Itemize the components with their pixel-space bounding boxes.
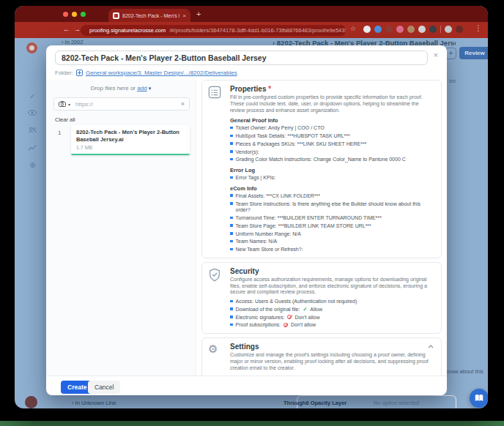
bullet-icon xyxy=(230,176,233,179)
collapse-chevron-icon[interactable] xyxy=(428,345,434,348)
proof-options-column: Properties * Fill in pre-configured cust… xyxy=(201,80,442,375)
property-item: New Team Store or Refresh?: xyxy=(230,247,434,253)
bullet-icon xyxy=(230,232,233,235)
close-icon[interactable]: × xyxy=(434,51,438,59)
back-icon[interactable]: ← xyxy=(63,26,70,33)
upload-panel[interactable]: Drop files here or add ▾ ▾ https:// × xyxy=(46,80,196,375)
extension-icon[interactable] xyxy=(385,26,393,33)
app-logo xyxy=(26,42,37,53)
plus-circle-icon[interactable]: ⊕ xyxy=(28,161,37,169)
browser-tab[interactable]: 8202-Tech Pack - Men's Pla × xyxy=(108,9,190,22)
chart-icon[interactable] xyxy=(28,144,37,152)
bullet-icon xyxy=(230,307,233,310)
new-tab-button[interactable]: + xyxy=(196,10,201,18)
bullet-icon xyxy=(230,142,233,145)
property-item: Team Store Instructions: Is there anythi… xyxy=(230,201,434,214)
security-title: Security xyxy=(230,267,434,275)
folder-label: Folder: xyxy=(55,70,73,76)
chevron-down-icon[interactable]: ▾ xyxy=(68,102,70,107)
extension-icon[interactable] xyxy=(363,26,371,33)
properties-icon xyxy=(208,86,221,99)
toolbar-separator xyxy=(440,26,441,33)
browser-tabbar: 8202-Tech Pack - Men's Pla × + xyxy=(15,6,488,22)
clear-all-link[interactable]: Clear all xyxy=(55,116,75,123)
bullet-icon xyxy=(230,127,233,130)
block-icon xyxy=(287,315,292,319)
property-item: Team Names: N/A xyxy=(230,239,434,245)
gear-icon: ⚙ xyxy=(208,343,224,375)
url-upload-input[interactable]: ▾ https:// × xyxy=(53,97,190,111)
url-domain: proofing.signaturelacrosse.com xyxy=(89,27,166,34)
eye-icon[interactable] xyxy=(28,110,37,116)
cancel-button[interactable]: Cancel xyxy=(88,381,120,394)
bullet-icon xyxy=(230,224,233,227)
zoom-window-button[interactable] xyxy=(81,12,86,17)
add-button-background[interactable]: + xyxy=(445,48,456,59)
settings-card: ⚙ Settings Customize and manage the proo… xyxy=(201,337,442,375)
bookmark-star-icon[interactable]: ☆ xyxy=(350,25,356,32)
bullet-icon xyxy=(230,158,233,161)
property-item: Pieces & Packages SKUs: ***LINK SKU SHEE… xyxy=(230,141,434,148)
profile-avatar[interactable] xyxy=(456,26,463,33)
check-icon: ✓ xyxy=(303,307,307,313)
property-group-heading: eCom Info xyxy=(230,185,434,192)
proof-title-input[interactable]: 8202-Tech Pack - Men's Player 2-Button B… xyxy=(55,51,428,65)
security-card: Security Configure access authorization … xyxy=(201,262,442,334)
check-icon[interactable]: ✓ xyxy=(28,92,37,100)
properties-description: Fill in pre-configured custom properties… xyxy=(230,94,434,113)
tree-item-bottom[interactable]: › In Unknown Line xyxy=(72,400,116,406)
extension-icon[interactable] xyxy=(396,26,404,33)
properties-groups: General Proof InfoTicket Owner: Andy Per… xyxy=(230,117,434,253)
property-item: Grading Color Match Instructions: Change… xyxy=(230,157,434,163)
drop-files-zone[interactable]: Drop files here or add ▾ xyxy=(46,85,196,91)
bullet-icon xyxy=(230,324,233,326)
extension-icon[interactable] xyxy=(374,26,382,33)
uploaded-file-card[interactable]: 8202-Tech Pack - Men's Player 2-Button B… xyxy=(71,125,190,155)
close-window-button[interactable] xyxy=(63,12,68,17)
browser-menu-icon[interactable]: ⋮ xyxy=(475,24,482,32)
security-items: Access: Users & Guests (Authentication n… xyxy=(230,299,434,329)
property-item: Ticket Owner: Andy Perry | COO / CTO xyxy=(230,125,434,132)
required-mark: * xyxy=(268,85,271,93)
users-icon[interactable] xyxy=(28,127,37,133)
knowledge-base-fab[interactable] xyxy=(470,389,488,408)
extension-icon[interactable] xyxy=(407,26,415,33)
bullet-icon xyxy=(230,135,233,138)
file-index: 1 xyxy=(58,130,61,136)
upload-progress-bar xyxy=(71,154,190,155)
extension-icon[interactable] xyxy=(418,26,426,33)
clear-input-icon[interactable]: × xyxy=(181,100,185,108)
tab-favicon-icon xyxy=(113,12,119,19)
settings-title: Settings xyxy=(230,343,434,351)
cast-icon[interactable] xyxy=(445,26,452,33)
user-avatar[interactable] xyxy=(25,396,37,408)
property-group-heading: General Proof Info xyxy=(230,117,434,124)
clipped-text-fragment: les xyxy=(449,78,456,84)
bullet-icon xyxy=(230,150,233,153)
forward-icon[interactable]: → xyxy=(74,26,81,33)
extensions-row[interactable] xyxy=(363,26,463,33)
review-button[interactable]: Review xyxy=(459,47,488,59)
url-path: /#/proofs/folders/36474178-3dff-4dd1-b01… xyxy=(169,27,346,34)
bullet-icon xyxy=(230,300,233,303)
property-item: Uniform Number Range: N/A xyxy=(230,231,434,238)
add-file-link[interactable]: add xyxy=(137,85,147,91)
url-placeholder[interactable]: https:// xyxy=(75,101,179,108)
security-item: Proof subscriptions:Don't allow xyxy=(230,322,434,329)
bullet-icon xyxy=(230,248,233,251)
tab-close-icon[interactable]: × xyxy=(182,12,186,19)
properties-card: Properties * Fill in pre-configured cust… xyxy=(201,80,442,258)
folder-breadcrumb: Folder: General workspace/3. Master Desi… xyxy=(55,70,237,76)
workspace-icon xyxy=(76,70,83,76)
tree-item-top[interactable]: › In 2002 xyxy=(62,39,84,45)
tab-title: 8202-Tech Pack - Men's Pla xyxy=(122,13,179,18)
security-item: Download of the original file:✓Allow xyxy=(230,307,434,313)
address-bar[interactable]: proofing.signaturelacrosse.com/#/proofs/… xyxy=(81,25,346,36)
extension-icon[interactable] xyxy=(429,26,437,33)
minimize-window-button[interactable] xyxy=(72,12,77,17)
window-controls[interactable] xyxy=(63,12,86,17)
clipped-text-know: know about this xyxy=(445,368,483,375)
browser-window: 8202-Tech Pack - Men's Pla × + ← → ⟳ pro… xyxy=(15,6,488,408)
folder-path-link[interactable]: General workspace/3. Master Design/.../8… xyxy=(86,70,237,76)
security-item: Access: Users & Guests (Authentication n… xyxy=(230,299,434,305)
